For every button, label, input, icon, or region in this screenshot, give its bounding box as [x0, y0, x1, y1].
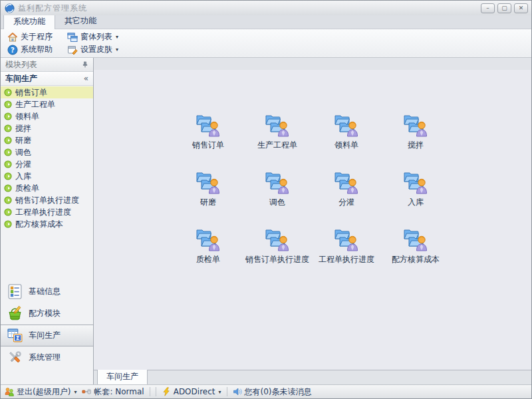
folders-user-icon — [195, 225, 221, 252]
skin-icon — [67, 45, 78, 55]
sidebar-nav-item[interactable]: 生产工程单 — [1, 98, 93, 110]
speaker-icon — [233, 387, 242, 396]
shortcut-item[interactable]: 生产工程单 — [243, 108, 312, 166]
sidebar-nav-item[interactable]: 研磨 — [1, 134, 93, 146]
shortcut-item[interactable]: 质检单 — [174, 223, 243, 280]
shortcut-item[interactable]: 分灌 — [312, 166, 381, 223]
minimize-button[interactable]: – — [481, 3, 495, 13]
form-list-button[interactable]: 窗体列表 ▾ — [65, 31, 120, 43]
module-button-basic-info[interactable]: 基础信息 — [1, 281, 93, 303]
shortcut-label: 领料单 — [334, 140, 358, 151]
sidebar-nav-label: 分灌 — [15, 159, 31, 170]
sidebar-nav-label: 生产工程单 — [15, 99, 55, 110]
toolbar-row-1: 关于程序 窗体列表 ▾ — [5, 31, 531, 43]
set-skin-button[interactable]: 设置皮肤 ▾ — [65, 43, 120, 56]
folders-user-icon — [333, 168, 360, 195]
go-arrow-icon — [4, 136, 12, 144]
sidebar-nav-label: 调色 — [15, 147, 31, 158]
window-title: 益利配方管理系统 — [18, 3, 87, 14]
ado-connection-button[interactable]: ADODirect ▾ — [162, 387, 221, 396]
document-top-band — [94, 58, 531, 70]
about-program-button[interactable]: 关于程序 — [5, 31, 55, 43]
sidebar-nav-label: 销售订单执行进度 — [15, 195, 79, 206]
status-bar: 登出(超级用户) ▾ 帐套: Normal ADODirect ▾ — [1, 384, 531, 398]
module-button-workshop[interactable]: Σ 车间生产 — [1, 325, 93, 346]
shortcut-item[interactable]: 销售订单执行进度 — [243, 223, 312, 280]
statusbar-separator — [150, 387, 150, 396]
go-arrow-icon — [4, 124, 12, 132]
chevron-down-icon: ▾ — [116, 47, 118, 53]
svg-text:?: ? — [11, 46, 15, 53]
folders-user-icon — [402, 111, 429, 138]
shortcut-label: 调色 — [269, 197, 285, 208]
tab-other-functions[interactable]: 其它功能 — [55, 13, 106, 29]
folders-user-icon — [402, 168, 429, 195]
windows-icon — [67, 32, 78, 43]
shortcut-grid: 销售订单 — [174, 108, 450, 280]
folders-user-icon — [333, 111, 360, 138]
sidebar-nav-item[interactable]: 销售订单 — [1, 86, 93, 98]
sidebar-nav-item[interactable]: 调色 — [1, 146, 93, 158]
chevron-down-icon: ▾ — [219, 389, 221, 395]
go-arrow-icon — [4, 112, 12, 120]
folders-user-icon — [195, 168, 221, 195]
chevron-down-icon: ▾ — [74, 389, 76, 395]
sidebar-header: 模块列表 — [1, 58, 93, 72]
go-arrow-icon — [4, 160, 12, 168]
connection-icon — [82, 387, 91, 396]
shortcut-item[interactable]: 工程单执行进度 — [312, 223, 381, 280]
shortcut-label: 搅拌 — [408, 140, 424, 151]
document-tab-strip: 车间生产 — [94, 370, 531, 384]
shortcut-label: 配方核算成本 — [392, 254, 440, 265]
document-tab-workshop[interactable]: 车间生产 — [97, 370, 148, 385]
logout-button[interactable]: 登出(超级用户) ▾ — [5, 386, 76, 398]
shortcut-label: 研磨 — [200, 197, 216, 208]
sidebar-nav-label: 配方核算成本 — [15, 219, 63, 230]
shortcut-item[interactable]: 配方核算成本 — [381, 223, 450, 280]
module-button-label: 车间生产 — [29, 330, 61, 341]
sidebar-nav-item[interactable]: 入库 — [1, 170, 93, 182]
shortcut-item[interactable]: 领料单 — [312, 108, 381, 166]
sidebar-nav-item[interactable]: 领料单 — [1, 110, 93, 122]
folders-user-icon — [264, 111, 291, 138]
module-button-system[interactable]: 系统管理 — [1, 346, 93, 368]
sidebar-nav-item[interactable]: 配方核算成本 — [1, 218, 93, 230]
maximize-button[interactable]: ▢ — [497, 3, 511, 13]
sidebar-nav-item[interactable]: 质检单 — [1, 182, 93, 194]
shortcut-item[interactable]: 销售订单 — [174, 108, 243, 166]
system-help-button[interactable]: ? 系统帮助 — [5, 43, 55, 56]
collapse-icon[interactable]: « — [84, 74, 88, 83]
go-arrow-icon — [4, 148, 12, 156]
close-button[interactable]: ✕ — [514, 3, 528, 13]
sidebar-nav-item[interactable]: 分灌 — [1, 158, 93, 170]
sidebar-nav-item[interactable]: 搅拌 — [1, 122, 93, 134]
module-sidebar: 模块列表 车间生产 « — [1, 58, 94, 384]
pin-icon[interactable] — [82, 61, 88, 68]
sidebar-title: 模块列表 — [5, 59, 37, 70]
shortcut-item[interactable]: 研磨 — [174, 166, 243, 223]
go-arrow-icon — [4, 220, 12, 228]
folders-user-icon — [402, 225, 429, 252]
lightning-icon — [162, 387, 171, 396]
shortcut-label: 入库 — [408, 197, 424, 208]
tab-system-functions[interactable]: 系统功能 — [3, 13, 55, 29]
shortcut-label: 销售订单执行进度 — [245, 254, 309, 265]
module-nav-list: 销售订单 生产工程单 领 — [1, 86, 93, 230]
sidebar-nav-label: 工程单执行进度 — [15, 207, 71, 218]
sidebar-nav-item[interactable]: 销售订单执行进度 — [1, 194, 93, 206]
sidebar-bottom-pad — [1, 368, 93, 384]
shortcut-item[interactable]: 调色 — [243, 166, 312, 223]
content-area: 模块列表 车间生产 « — [1, 58, 531, 384]
shortcut-item[interactable]: 搅拌 — [381, 108, 450, 166]
go-arrow-icon — [4, 88, 12, 96]
shortcut-label: 分灌 — [338, 197, 354, 208]
module-button-formula[interactable]: 配方模块 — [1, 303, 93, 325]
sidebar-nav-label: 入库 — [15, 171, 31, 182]
go-arrow-icon — [4, 208, 12, 216]
sidebar-group-header: 车间生产 « — [1, 72, 93, 86]
shortcut-item[interactable]: 入库 — [381, 166, 450, 223]
unread-messages-status[interactable]: 您有(0)条未读消息 — [233, 386, 312, 398]
account-set-status: 帐套: Normal — [82, 386, 144, 398]
module-button-label: 配方模块 — [29, 308, 61, 319]
sidebar-nav-item[interactable]: 工程单执行进度 — [1, 206, 93, 218]
